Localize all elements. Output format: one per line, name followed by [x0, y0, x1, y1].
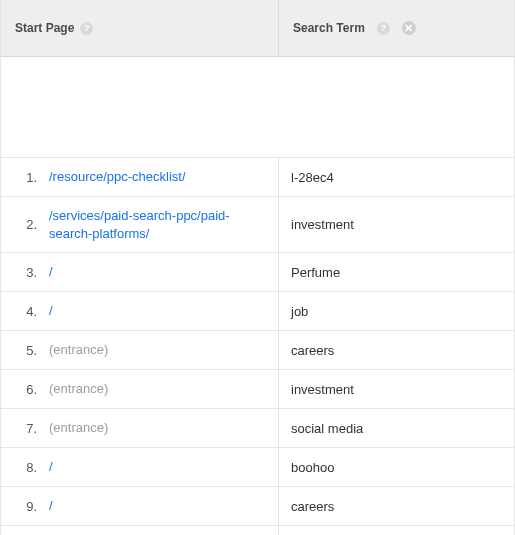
help-icon[interactable]: ? [80, 22, 93, 35]
start-page-cell: (entrance) [41, 370, 279, 408]
table-row: 2./services/paid-search-ppc/paid-search-… [1, 197, 514, 253]
start-page-link[interactable]: /resource/ppc-checklist/ [49, 168, 186, 186]
start-page-cell: / [41, 448, 279, 486]
table-header-row: Start Page ? Search Term ? ✕ [1, 0, 514, 57]
search-term-cell: l-28ec4 [279, 158, 514, 196]
search-term-cell: investment [279, 197, 514, 252]
search-term-cell: careers [279, 487, 514, 525]
start-page-link[interactable]: / [49, 497, 53, 515]
row-index: 1. [1, 158, 41, 196]
start-page-link[interactable]: / [49, 458, 53, 476]
table-row: 9./careers [1, 487, 514, 526]
row-index: 2. [1, 197, 41, 252]
search-term-cell: careers [279, 331, 514, 369]
start-page-cell: (entrance) [41, 331, 279, 369]
row-index: 4. [1, 292, 41, 330]
start-page-cell: /resource/ppc-checklist/ [41, 158, 279, 196]
remove-dimension-icon[interactable]: ✕ [402, 21, 416, 35]
table-row: 4./job [1, 292, 514, 331]
row-index: 6. [1, 370, 41, 408]
column-header-search-term-label: Search Term [293, 21, 365, 35]
start-page-link[interactable]: / [49, 263, 53, 281]
start-page-entrance[interactable]: (entrance) [49, 380, 108, 398]
report-table: Start Page ? Search Term ? ✕ 1./resource… [0, 0, 515, 535]
table-row: 1./resource/ppc-checklist/l-28ec4 [1, 158, 514, 197]
search-term-cell: job [279, 292, 514, 330]
search-term-cell: social media [279, 409, 514, 447]
start-page-cell: / [41, 253, 279, 291]
start-page-entrance[interactable]: (entrance) [49, 341, 108, 359]
table-row: 7.(entrance)social media [1, 409, 514, 448]
table-row: 10./chill [1, 526, 514, 535]
table-row: 8./boohoo [1, 448, 514, 487]
start-page-link[interactable]: / [49, 302, 53, 320]
table-row: 6.(entrance)investment [1, 370, 514, 409]
column-header-start-page-label: Start Page [15, 21, 74, 35]
summary-spacer [1, 57, 514, 158]
column-header-search-term[interactable]: Search Term ? ✕ [279, 0, 514, 56]
start-page-cell: (entrance) [41, 409, 279, 447]
row-index: 10. [1, 526, 41, 535]
row-index: 3. [1, 253, 41, 291]
column-header-start-page[interactable]: Start Page ? [1, 0, 279, 56]
search-term-cell: investment [279, 370, 514, 408]
row-index: 9. [1, 487, 41, 525]
help-icon[interactable]: ? [377, 22, 390, 35]
start-page-cell: / [41, 526, 279, 535]
table-row: 3./Perfume [1, 253, 514, 292]
table-body: 1./resource/ppc-checklist/l-28ec42./serv… [1, 158, 514, 535]
start-page-cell: / [41, 292, 279, 330]
search-term-cell: chill [279, 526, 514, 535]
search-term-cell: boohoo [279, 448, 514, 486]
search-term-cell: Perfume [279, 253, 514, 291]
start-page-cell: /services/paid-search-ppc/paid-search-pl… [41, 197, 279, 252]
start-page-cell: / [41, 487, 279, 525]
start-page-link[interactable]: /services/paid-search-ppc/paid-search-pl… [49, 207, 266, 242]
row-index: 7. [1, 409, 41, 447]
row-index: 8. [1, 448, 41, 486]
table-row: 5.(entrance)careers [1, 331, 514, 370]
start-page-entrance[interactable]: (entrance) [49, 419, 108, 437]
row-index: 5. [1, 331, 41, 369]
